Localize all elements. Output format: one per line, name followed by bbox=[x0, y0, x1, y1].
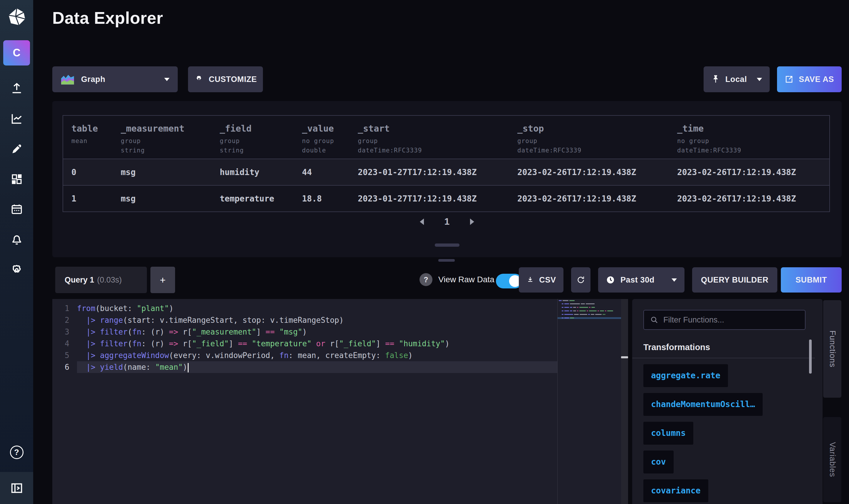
view-raw-help-icon[interactable]: ? bbox=[419, 273, 432, 286]
sidebar-item-alerts[interactable] bbox=[0, 224, 33, 255]
customize-button[interactable]: CUSTOMIZE bbox=[188, 66, 263, 92]
time-range-dropdown[interactable]: Past 30d bbox=[598, 267, 685, 292]
functions-scrollbar[interactable] bbox=[809, 340, 812, 374]
transformations-section-label: Transformations bbox=[643, 342, 710, 352]
table-cell: 2023-02-26T17:12:19.438Z bbox=[517, 167, 677, 177]
csv-download-button[interactable]: CSV bbox=[519, 267, 563, 292]
influxdb-logo-icon[interactable] bbox=[0, 4, 33, 29]
flux-code-editor[interactable]: 1from(bucket: "plant")2 |> range(start: … bbox=[52, 299, 628, 504]
expand-panel-icon bbox=[10, 481, 23, 495]
gutter-drag-handle[interactable] bbox=[621, 356, 628, 358]
user-avatar[interactable]: C bbox=[3, 40, 30, 66]
visualization-type-label: Graph bbox=[81, 75, 106, 84]
tab-variables[interactable]: Variables bbox=[823, 417, 842, 502]
download-icon bbox=[526, 275, 535, 284]
next-page-icon[interactable] bbox=[470, 218, 474, 225]
line-number: 5 bbox=[52, 349, 77, 361]
table-header-cell: _measurementgroupstring bbox=[121, 123, 220, 155]
table-row: 1msgtemperature18.82023-01-27T17:12:19.4… bbox=[63, 185, 829, 212]
table-pagination: 1 bbox=[52, 216, 842, 227]
table-header-cell: _stopgroupdateTime:RFC3339 bbox=[517, 123, 677, 155]
code-line: 2 |> range(start: v.timeRangeStart, stop… bbox=[52, 314, 557, 326]
help-icon: ? bbox=[10, 446, 23, 459]
code-line: 1from(bucket: "plant") bbox=[52, 303, 557, 314]
search-icon bbox=[650, 316, 658, 324]
page-title: Data Explorer bbox=[52, 8, 163, 28]
refresh-button[interactable] bbox=[571, 267, 591, 292]
tab-functions[interactable]: Functions bbox=[823, 300, 842, 398]
line-number: 2 bbox=[52, 314, 77, 326]
customize-label: CUSTOMIZE bbox=[209, 75, 257, 84]
sidebar-expand-button[interactable] bbox=[0, 472, 33, 504]
code-line: 5 |> aggregateWindow(every: v.windowPeri… bbox=[52, 349, 557, 361]
gear-icon bbox=[10, 263, 23, 277]
save-location-dropdown[interactable]: Local bbox=[704, 66, 770, 92]
table-cell: humidity bbox=[220, 167, 302, 177]
visualization-type-dropdown[interactable]: Graph bbox=[52, 66, 178, 92]
editor-minimap[interactable] bbox=[557, 299, 621, 504]
table-cell: 2023-01-27T17:12:19.438Z bbox=[358, 167, 517, 177]
filter-functions-searchbox[interactable] bbox=[643, 310, 806, 330]
table-header-cell: _timeno groupdateTime:RFC3339 bbox=[677, 123, 829, 155]
raw-data-panel: tablemean_measurementgroupstring_fieldgr… bbox=[52, 101, 842, 257]
sidebar: C bbox=[0, 0, 33, 504]
submit-button[interactable]: SUBMIT bbox=[781, 267, 842, 292]
sidebar-item-settings[interactable] bbox=[0, 255, 33, 285]
export-icon bbox=[785, 75, 794, 84]
function-item[interactable]: chandeMomentumOscill… bbox=[643, 393, 763, 416]
function-item[interactable]: cov bbox=[643, 451, 674, 473]
save-as-button[interactable]: SAVE AS bbox=[777, 66, 842, 92]
function-item[interactable]: covariance bbox=[643, 479, 708, 502]
line-number: 6 bbox=[52, 361, 77, 373]
time-range-label: Past 30d bbox=[620, 275, 654, 285]
sidebar-item-notebooks[interactable] bbox=[0, 133, 33, 164]
code-line: 3 |> filter(fn: (r) => r["_measurement"]… bbox=[52, 326, 557, 338]
table-cell: 44 bbox=[302, 167, 358, 177]
sidebar-item-upload[interactable] bbox=[0, 73, 33, 103]
query-tab-label: Query 1 bbox=[65, 275, 94, 285]
table-scrollbar[interactable] bbox=[435, 244, 459, 247]
submit-label: SUBMIT bbox=[796, 275, 827, 285]
calendar-icon bbox=[10, 203, 23, 216]
line-chart-icon bbox=[10, 112, 23, 125]
chevron-down-icon bbox=[757, 78, 762, 81]
line-number: 4 bbox=[52, 338, 77, 349]
sidebar-item-tasks[interactable] bbox=[0, 194, 33, 224]
page-number: 1 bbox=[445, 216, 450, 227]
function-item[interactable]: columns bbox=[643, 422, 693, 445]
sidebar-item-data-explorer[interactable] bbox=[0, 103, 33, 133]
pencil-icon bbox=[10, 142, 23, 155]
filter-functions-input[interactable] bbox=[663, 316, 799, 325]
code-line: 4 |> filter(fn: (r) => r["_field"] == "t… bbox=[52, 338, 557, 349]
editor-resize-gutter[interactable] bbox=[621, 299, 628, 504]
table-cell: 2023-02-26T17:12:19.438Z bbox=[677, 167, 829, 177]
clock-icon bbox=[606, 275, 615, 285]
table-cell: msg bbox=[121, 167, 220, 177]
text-cursor bbox=[188, 363, 188, 373]
table-cell: 0 bbox=[71, 167, 121, 177]
functions-panel: Transformations aggregate.ratechandeMome… bbox=[632, 299, 823, 504]
dashboards-icon bbox=[10, 173, 23, 186]
table-cell: 18.8 bbox=[302, 194, 358, 203]
function-item[interactable]: aggregate.rate bbox=[643, 364, 728, 387]
table-cell: temperature bbox=[220, 194, 302, 203]
table-cell: msg bbox=[121, 194, 220, 203]
bell-icon bbox=[10, 233, 23, 246]
table-cell: 1 bbox=[71, 194, 121, 203]
view-raw-data-label: View Raw Data bbox=[438, 275, 494, 284]
sidebar-item-dashboards[interactable] bbox=[0, 164, 33, 194]
table-cell: 2023-02-26T17:12:19.438Z bbox=[517, 194, 677, 203]
add-query-button[interactable]: + bbox=[150, 267, 175, 293]
panel-resize-handle[interactable] bbox=[438, 259, 455, 262]
query-builder-label: QUERY BUILDER bbox=[701, 275, 769, 285]
save-location-label: Local bbox=[725, 75, 747, 84]
prev-page-icon[interactable] bbox=[420, 218, 424, 225]
section-divider bbox=[632, 358, 815, 358]
query-tab[interactable]: Query 1 (0.03s) bbox=[55, 267, 147, 293]
sidebar-item-help[interactable]: ? bbox=[0, 437, 33, 468]
view-raw-data-toggle[interactable] bbox=[496, 274, 522, 288]
table-row: 0msghumidity442023-01-27T17:12:19.438Z20… bbox=[63, 159, 829, 185]
table-header-cell: _startgroupdateTime:RFC3339 bbox=[358, 123, 517, 155]
area-chart-icon bbox=[60, 73, 75, 85]
query-builder-button[interactable]: QUERY BUILDER bbox=[692, 267, 777, 292]
